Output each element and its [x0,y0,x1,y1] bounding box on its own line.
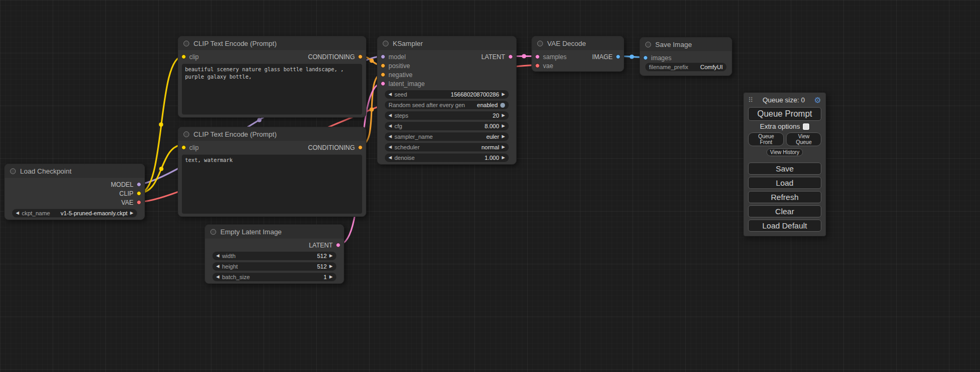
clear-button[interactable]: Clear [748,205,821,217]
widget-steps[interactable]: ◀ steps 20 ▶ [385,111,509,120]
widget-scheduler[interactable]: ◀ scheduler normal ▶ [385,143,509,151]
vae-input-port[interactable] [535,63,540,68]
latent-image-input-port[interactable] [381,81,385,86]
node-load-checkpoint[interactable]: Load Checkpoint MODEL CLIP VAE ◀ ckpt_na… [4,164,145,220]
latent-output-port[interactable] [336,243,341,247]
image-output-port[interactable] [616,54,620,59]
increment-arrow-icon[interactable]: ▶ [130,211,133,215]
load-default-button[interactable]: Load Default [748,220,821,232]
node-clip-text-encode-negative[interactable]: CLIP Text Encode (Prompt) clip CONDITION… [178,127,366,217]
decrement-arrow-icon[interactable]: ◀ [389,145,392,149]
increment-arrow-icon[interactable]: ▶ [502,124,505,128]
input-label: clip [189,53,199,61]
widget-seed[interactable]: ◀ seed 156680208700286 ▶ [385,90,509,99]
decrement-arrow-icon[interactable]: ◀ [389,113,392,118]
node-title-bar[interactable]: KSampler [377,36,516,50]
widget-width[interactable]: ◀ width 512 ▶ [212,252,336,260]
collapse-toggle-icon[interactable] [383,41,389,46]
model-input-port[interactable] [381,54,385,59]
node-title-bar[interactable]: Empty Latent Image [205,225,344,239]
decrement-arrow-icon[interactable]: ◀ [389,124,392,128]
decrement-arrow-icon[interactable]: ◀ [389,92,392,97]
node-clip-text-encode-positive[interactable]: CLIP Text Encode (Prompt) clip CONDITION… [178,36,366,118]
node-save-image[interactable]: Save Image images filename_prefix ComfyU… [639,37,732,76]
clip-input-port[interactable] [181,54,186,59]
increment-arrow-icon[interactable]: ▶ [502,92,505,97]
widget-ckpt-name[interactable]: ◀ ckpt_name v1-5-pruned-emaonly.ckpt ▶ [12,209,137,217]
extra-options-checkbox[interactable] [803,123,809,130]
positive-prompt-text[interactable]: beautiful scenery nature glass bottle la… [182,64,362,115]
decrement-arrow-icon[interactable]: ◀ [389,135,392,139]
widget-sampler-name[interactable]: ◀ sampler_name euler ▶ [385,132,509,141]
latent-output-port[interactable] [508,54,513,59]
collapse-toggle-icon[interactable] [645,42,651,47]
negative-input-port[interactable] [381,72,385,77]
widget-cfg[interactable]: ◀ cfg 8.000 ▶ [385,122,509,130]
widget-filename-prefix[interactable]: filename_prefix ComfyUI [645,63,726,71]
conditioning-output-port[interactable] [358,54,363,59]
increment-arrow-icon[interactable]: ▶ [502,113,505,118]
output-slot-model: MODEL [5,180,144,189]
collapse-toggle-icon[interactable] [183,41,189,46]
node-empty-latent-image[interactable]: Empty Latent Image LATENT ◀ width 512 ▶ … [205,224,344,284]
vae-output-port[interactable] [137,200,141,205]
output-label: CLIP [119,190,133,197]
node-title-bar[interactable]: Load Checkpoint [5,164,144,178]
increment-arrow-icon[interactable]: ▶ [329,254,333,258]
queue-front-button[interactable]: Queue Front [748,132,784,146]
decrement-arrow-icon[interactable]: ◀ [216,254,219,258]
load-button[interactable]: Load [748,177,821,189]
widget-value: euler [435,133,499,140]
node-title-bar[interactable]: CLIP Text Encode (Prompt) [178,127,366,141]
clip-input-port[interactable] [181,145,186,150]
node-graph-canvas[interactable]: Load Checkpoint MODEL CLIP VAE ◀ ckpt_na… [0,0,980,372]
settings-gear-icon[interactable]: ⚙ [814,96,821,104]
widget-denoise[interactable]: ◀ denoise 1.000 ▶ [385,154,509,162]
collapse-toggle-icon[interactable] [537,41,543,46]
samples-input-port[interactable] [535,54,540,59]
increment-arrow-icon[interactable]: ▶ [329,264,333,269]
increment-arrow-icon[interactable]: ▶ [502,156,505,160]
widget-random-seed-toggle[interactable]: Random seed after every gen enabled [385,101,509,109]
collapse-toggle-icon[interactable] [10,168,16,174]
widget-value: 1 [253,274,327,280]
widget-value: 8.000 [405,123,499,129]
widget-height[interactable]: ◀ height 512 ▶ [212,262,336,271]
input-slot-vae: vae [532,61,624,70]
input-label: samples [543,53,567,61]
output-label: LATENT [309,242,333,249]
node-title-bar[interactable]: VAE Decode [532,36,624,50]
decrement-arrow-icon[interactable]: ◀ [216,275,219,279]
images-input-port[interactable] [643,55,648,60]
widget-batch-size[interactable]: ◀ batch_size 1 ▶ [212,273,336,281]
refresh-button[interactable]: Refresh [748,191,821,203]
increment-arrow-icon[interactable]: ▶ [502,145,505,149]
widget-value: 512 [240,263,327,270]
clip-output-port[interactable] [137,191,141,196]
input-label: model [389,53,406,61]
view-queue-button[interactable]: View Queue [786,132,821,146]
conditioning-output-port[interactable] [358,145,363,150]
decrement-arrow-icon[interactable]: ◀ [216,264,219,269]
decrement-arrow-icon[interactable]: ◀ [16,211,19,215]
save-button[interactable]: Save [748,163,821,175]
input-label: latent_image [389,80,425,88]
output-label: CONDITIONING [308,53,355,61]
model-output-port[interactable] [137,182,141,187]
collapse-toggle-icon[interactable] [210,229,216,235]
node-ksampler[interactable]: KSampler model LATENT positive negative [377,36,517,165]
toggle-indicator-icon[interactable] [500,103,505,108]
increment-arrow-icon[interactable]: ▶ [502,135,505,139]
queue-prompt-button[interactable]: Queue Prompt [748,107,821,121]
view-history-button[interactable]: View History [766,148,803,156]
drag-handle-icon[interactable]: ⠿ [748,97,753,103]
collapse-toggle-icon[interactable] [183,131,189,137]
node-title: CLIP Text Encode (Prompt) [193,40,277,47]
negative-prompt-text[interactable]: text, watermark [182,155,362,214]
node-title-bar[interactable]: Save Image [640,37,732,51]
decrement-arrow-icon[interactable]: ◀ [389,156,392,160]
increment-arrow-icon[interactable]: ▶ [329,275,333,279]
node-vae-decode[interactable]: VAE Decode samples IMAGE vae [531,36,624,72]
node-title-bar[interactable]: CLIP Text Encode (Prompt) [178,36,366,50]
positive-input-port[interactable] [381,63,385,68]
